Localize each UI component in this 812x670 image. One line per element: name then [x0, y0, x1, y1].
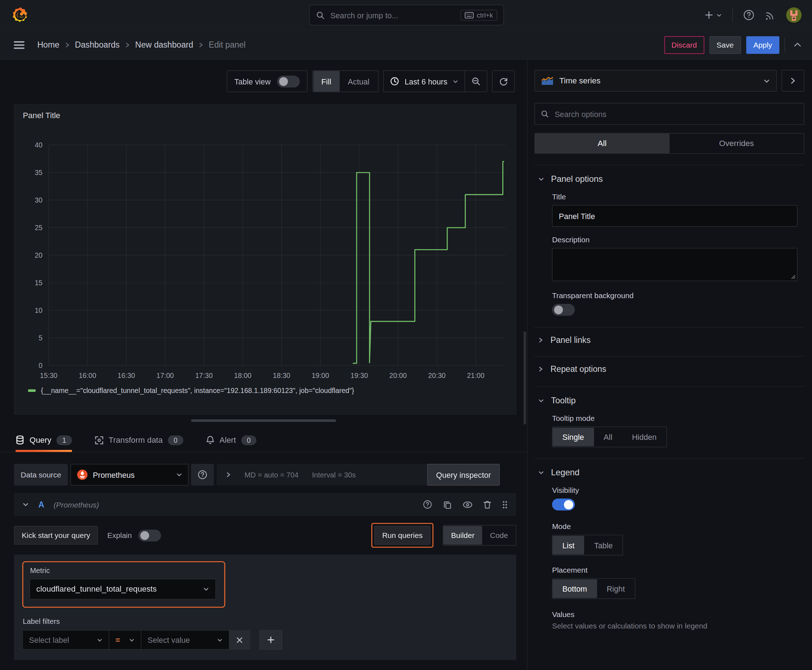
- fill-option[interactable]: Fill: [313, 71, 339, 91]
- title-label: Title: [552, 193, 798, 201]
- metric-label: Metric: [30, 566, 216, 574]
- visualization-picker[interactable]: Time series: [534, 70, 777, 91]
- select-value-dropdown[interactable]: Select value: [141, 630, 229, 650]
- chevron-right-icon: [125, 42, 130, 47]
- query-help-icon[interactable]: [422, 500, 432, 509]
- svg-text:35: 35: [35, 169, 42, 176]
- panel-links-section[interactable]: Panel links: [534, 327, 805, 347]
- repeat-options-section[interactable]: Repeat options: [534, 356, 805, 376]
- remove-filter-button[interactable]: [229, 630, 250, 650]
- refresh-button[interactable]: [493, 71, 514, 91]
- user-avatar[interactable]: [786, 7, 802, 22]
- menu-icon[interactable]: [14, 40, 25, 49]
- legend-series-label[interactable]: {__name__="cloudflared_tunnel_total_requ…: [41, 387, 354, 394]
- top-nav-bar: ctrl+k: [0, 0, 812, 30]
- chevron-down-icon: [716, 12, 722, 18]
- visualization-name: Time series: [559, 76, 600, 86]
- mode-table-option[interactable]: Table: [584, 536, 622, 554]
- breadcrumb-new-dashboard[interactable]: New dashboard: [135, 40, 193, 49]
- svg-text:15: 15: [35, 279, 42, 287]
- query-inspector-button[interactable]: Query inspector: [427, 464, 500, 486]
- discard-button[interactable]: Discard: [664, 36, 704, 54]
- delete-query-icon[interactable]: [483, 500, 492, 509]
- tab-overrides[interactable]: Overrides: [670, 134, 804, 153]
- resize-corner-icon[interactable]: [790, 274, 795, 279]
- time-range-picker[interactable]: Last 6 hours: [384, 76, 464, 86]
- tooltip-section: Tooltip Tooltip mode Single All Hidden: [534, 386, 805, 447]
- tab-alert[interactable]: Alert 0: [206, 428, 256, 452]
- svg-text:5: 5: [39, 334, 42, 342]
- toggle-visibility-icon[interactable]: [463, 500, 473, 509]
- options-search-box[interactable]: [534, 103, 805, 125]
- query-row-header[interactable]: A (Prometheus): [14, 493, 516, 516]
- grafana-logo-icon[interactable]: [12, 6, 30, 24]
- label-filter-row: Select label = Select value: [22, 630, 508, 650]
- duplicate-query-icon[interactable]: [443, 500, 452, 509]
- chevron-up-icon[interactable]: [793, 42, 802, 47]
- values-label: Values: [552, 610, 798, 618]
- transparent-bg-toggle[interactable]: [552, 304, 575, 316]
- panel-options-header[interactable]: Panel options: [534, 174, 805, 184]
- scrollbar-thumb[interactable]: [524, 332, 526, 425]
- tab-all[interactable]: All: [535, 134, 669, 153]
- actual-option[interactable]: Actual: [339, 71, 378, 91]
- tooltip-mode-label: Tooltip mode: [552, 414, 798, 422]
- breadcrumb: Home Dashboards New dashboard Edit panel: [37, 40, 246, 49]
- panel-title-input[interactable]: Panel Title: [552, 205, 798, 227]
- transform-count-badge: 0: [168, 435, 183, 445]
- code-option[interactable]: Code: [482, 526, 516, 545]
- placement-bottom-option[interactable]: Bottom: [553, 579, 597, 598]
- svg-text:19:30: 19:30: [351, 372, 368, 379]
- svg-text:16:30: 16:30: [117, 372, 135, 379]
- chart-legend[interactable]: {__name__="cloudflared_tunnel_total_requ…: [28, 387, 354, 394]
- options-search-input[interactable]: [554, 109, 798, 118]
- zoom-out-button[interactable]: [465, 71, 487, 91]
- description-textarea[interactable]: [552, 248, 798, 281]
- breadcrumb-dashboards[interactable]: Dashboards: [75, 40, 120, 49]
- global-search-input[interactable]: [329, 10, 460, 20]
- grafana-app: ctrl+k Home Dashboa: [0, 0, 812, 670]
- timeseries-plot[interactable]: 051015202530354015:3016:0016:3017:0017:3…: [21, 125, 510, 386]
- tab-transform-data[interactable]: Transform data 0: [95, 428, 183, 452]
- tab-query[interactable]: Query 1: [15, 428, 71, 452]
- select-label-dropdown[interactable]: Select label: [22, 630, 109, 650]
- operator-dropdown[interactable]: =: [109, 630, 141, 650]
- placement-right-option[interactable]: Right: [597, 579, 635, 598]
- breadcrumb-home[interactable]: Home: [37, 40, 59, 49]
- pane-resize-handle[interactable]: [191, 420, 336, 422]
- add-filter-button[interactable]: [259, 630, 283, 650]
- query-options-bar[interactable]: MD = auto = 704 Interval = 30s Query ins…: [217, 464, 500, 486]
- global-search-box[interactable]: ctrl+k: [309, 5, 504, 25]
- collapse-options-button[interactable]: [781, 70, 805, 91]
- all-overrides-tabs: All Overrides: [534, 133, 805, 154]
- apply-button[interactable]: Apply: [746, 36, 780, 54]
- builder-option[interactable]: Builder: [443, 526, 482, 545]
- panel-preview[interactable]: Panel Title 051015202530354015:3016:0016…: [14, 104, 516, 415]
- tooltip-mode-group: Single All Hidden: [552, 426, 667, 447]
- datasource-picker[interactable]: Prometheus: [71, 464, 189, 486]
- explain-toggle[interactable]: [138, 530, 161, 541]
- datasource-help-button[interactable]: [191, 464, 214, 486]
- tooltip-all-option[interactable]: All: [594, 428, 622, 446]
- help-icon[interactable]: [743, 9, 755, 21]
- chevron-down-icon: [763, 77, 770, 84]
- new-dropdown-button[interactable]: [704, 10, 722, 20]
- news-rss-icon[interactable]: [765, 10, 775, 20]
- chevron-down-icon[interactable]: [22, 501, 29, 508]
- mode-list-option[interactable]: List: [553, 536, 584, 554]
- run-queries-button[interactable]: Run queries: [375, 526, 431, 545]
- tooltip-header[interactable]: Tooltip: [534, 396, 805, 405]
- drag-handle-icon[interactable]: [502, 500, 508, 509]
- visibility-toggle[interactable]: [552, 499, 575, 510]
- chevron-right-icon: [198, 42, 203, 47]
- kick-start-button[interactable]: Kick start your query: [14, 526, 98, 545]
- tooltip-single-option[interactable]: Single: [553, 428, 593, 446]
- legend-header[interactable]: Legend: [534, 467, 805, 477]
- save-button[interactable]: Save: [709, 36, 741, 54]
- table-view-toggle[interactable]: [277, 75, 300, 87]
- table-view-group: Table view: [227, 71, 308, 92]
- metric-highlight: Metric cloudflared_tunnel_total_requests: [22, 561, 225, 608]
- metric-select[interactable]: cloudflared_tunnel_total_requests: [29, 579, 216, 599]
- bottom-tabs: Query 1 Transform data 0 Alert 0: [0, 428, 527, 452]
- tooltip-hidden-option[interactable]: Hidden: [622, 428, 667, 446]
